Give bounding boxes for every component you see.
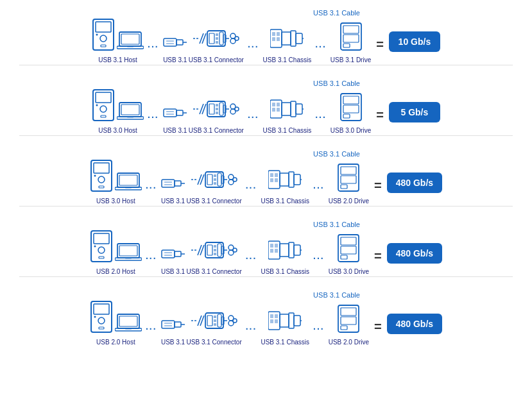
equals-sign: = <box>376 108 384 134</box>
usb-label: USB 3.1 <box>163 127 187 134</box>
svg-rect-43 <box>101 115 106 117</box>
chassis-label: USB 3.1 Chassis <box>261 268 309 275</box>
svg-rect-1 <box>96 22 111 32</box>
svg-rect-21 <box>219 32 223 45</box>
svg-rect-194 <box>294 316 300 326</box>
svg-rect-30 <box>277 32 280 36</box>
svg-point-82 <box>98 176 105 183</box>
host-label: USB 2.0 Host <box>96 339 135 346</box>
svg-rect-98 <box>214 174 216 177</box>
svg-rect-112 <box>280 173 289 186</box>
chassis-component: USB 3.1 Chassis <box>263 96 312 134</box>
dots-separator: ··· <box>148 112 159 134</box>
svg-point-106 <box>233 178 237 181</box>
svg-rect-90 <box>175 181 181 186</box>
svg-point-42 <box>100 106 107 112</box>
svg-rect-138 <box>214 245 216 248</box>
cable-label: USB 3.1 Cable <box>19 80 513 87</box>
svg-rect-187 <box>268 312 280 330</box>
usb-label: USB 3.1 <box>163 56 187 63</box>
chassis-component: USB 3.1 Chassis <box>261 167 309 205</box>
host-label: USB 3.0 Host <box>98 127 137 134</box>
svg-rect-156 <box>338 235 359 262</box>
svg-rect-119 <box>341 185 347 189</box>
dots-separator: ··· <box>248 42 259 63</box>
svg-point-124 <box>94 246 96 248</box>
svg-rect-78 <box>343 105 359 113</box>
equals-sign: = <box>376 37 384 63</box>
host-label: USB 3.0 Host <box>96 198 135 205</box>
svg-rect-130 <box>175 251 181 257</box>
dots-separator: ··· <box>146 253 157 275</box>
svg-rect-178 <box>214 316 216 318</box>
chassis-component: USB 3.1 Chassis <box>261 308 309 346</box>
svg-rect-180 <box>214 323 216 326</box>
svg-rect-172 <box>164 325 172 326</box>
svg-rect-97 <box>207 174 212 185</box>
dots-separator: ··· <box>146 324 157 346</box>
svg-rect-181 <box>218 314 221 327</box>
svg-rect-91 <box>164 181 172 183</box>
svg-rect-27 <box>270 30 282 47</box>
svg-rect-116 <box>338 164 359 191</box>
svg-rect-139 <box>214 249 216 251</box>
svg-rect-76 <box>341 94 361 121</box>
speed-badge: 480 Gb/s <box>387 243 442 264</box>
connector-component: USB 3.1 Connector <box>187 237 242 275</box>
dots-separator: ··· <box>313 183 325 205</box>
svg-point-84 <box>94 175 96 177</box>
svg-point-2 <box>100 35 107 42</box>
svg-rect-32 <box>282 32 291 45</box>
svg-rect-153 <box>289 242 294 258</box>
svg-rect-86 <box>119 175 137 185</box>
row-divider <box>19 65 513 65</box>
svg-rect-72 <box>282 103 291 115</box>
svg-rect-126 <box>119 246 137 256</box>
svg-rect-161 <box>94 304 109 314</box>
connector-label: USB 3.1 Connector <box>187 268 242 275</box>
svg-rect-71 <box>277 108 280 112</box>
row-divider <box>19 135 513 136</box>
svg-rect-171 <box>164 323 172 324</box>
svg-rect-18 <box>216 33 218 36</box>
svg-rect-9 <box>164 38 176 46</box>
dots-separator: ··· <box>146 183 157 205</box>
svg-rect-29 <box>272 37 275 41</box>
svg-rect-169 <box>162 321 175 328</box>
svg-point-146 <box>233 248 237 252</box>
svg-rect-92 <box>164 184 172 185</box>
svg-rect-20 <box>216 41 218 44</box>
svg-rect-108 <box>270 173 273 177</box>
svg-rect-52 <box>166 114 174 115</box>
svg-point-26 <box>235 37 239 40</box>
drive-label: USB 2.0 Drive <box>329 339 369 346</box>
cable-label: USB 3.1 Cable <box>19 9 513 17</box>
svg-rect-188 <box>270 314 273 318</box>
dots-separator: ··· <box>248 112 259 134</box>
usb-label: USB 3.1 <box>161 268 185 275</box>
connector-label: USB 3.1 Connector <box>189 127 244 134</box>
row-0: USB 3.1 Cable USB 3.1 Host ··· USB 3.1 <box>19 6 513 72</box>
svg-rect-137 <box>207 245 212 255</box>
connector-label: USB 3.1 Connector <box>187 339 242 346</box>
chassis-label: USB 3.1 Chassis <box>263 127 312 134</box>
svg-rect-191 <box>275 319 278 323</box>
svg-rect-28 <box>272 32 275 36</box>
speed-badge: 480 Gb/s <box>387 314 442 334</box>
host-component: USB 2.0 Host <box>90 300 142 346</box>
svg-rect-166 <box>119 316 137 326</box>
svg-rect-50 <box>176 110 183 115</box>
svg-rect-128 <box>125 258 132 259</box>
svg-rect-113 <box>289 172 294 187</box>
cable-label: USB 3.1 Cable <box>19 291 513 299</box>
svg-rect-157 <box>341 237 356 245</box>
speed-badge: 10 Gb/s <box>389 31 440 52</box>
svg-rect-177 <box>207 316 212 326</box>
svg-rect-61 <box>219 103 223 115</box>
host-component: USB 3.1 Host <box>92 18 144 63</box>
usb-component: USB 3.1 <box>163 104 187 134</box>
svg-rect-151 <box>275 249 278 253</box>
svg-rect-189 <box>270 319 273 323</box>
svg-rect-37 <box>343 26 359 33</box>
svg-rect-70 <box>277 103 280 106</box>
